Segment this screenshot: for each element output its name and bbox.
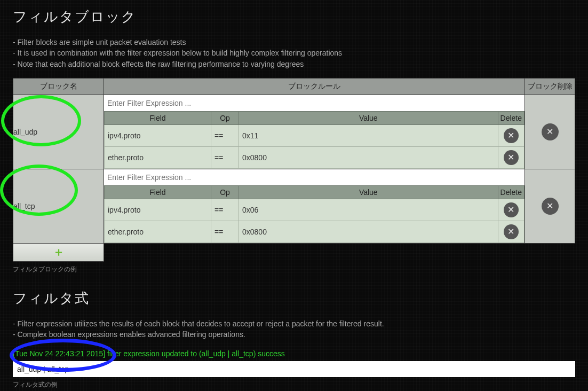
delete-rule-button[interactable]: ✕: [504, 150, 519, 165]
block-filter-input[interactable]: [104, 169, 525, 185]
filter-blocks-caption: フィルタブロックの例: [13, 265, 575, 274]
rule-op: ==: [211, 146, 239, 168]
rule-value: 0x11: [239, 124, 498, 146]
rule-value: 0x0800: [239, 221, 498, 243]
rule-row: ipv4.proto == 0x11 ✕: [105, 124, 525, 146]
rule-value: 0x06: [239, 199, 498, 221]
rule-row: ether.proto == 0x0800 ✕: [105, 221, 525, 243]
block-name-cell[interactable]: all_tcp: [13, 169, 104, 243]
filter-expr-status: [Tue Nov 24 22:43:21 2015] filter expres…: [13, 349, 575, 358]
rule-col-op: Op: [211, 185, 239, 199]
rule-value: 0x0800: [239, 146, 498, 168]
block-row: all_tcp Field Op Value Delete: [13, 169, 575, 243]
rule-field: ipv4.proto: [105, 199, 211, 221]
block-name-cell[interactable]: all_udp: [13, 95, 104, 169]
filter-blocks-desc-2: - It is used in combination with the fil…: [13, 48, 575, 58]
rule-col-delete: Delete: [498, 111, 524, 124]
filter-expr-input[interactable]: [13, 361, 575, 377]
delete-rule-button[interactable]: ✕: [504, 202, 519, 217]
rule-op: ==: [211, 124, 239, 146]
add-block-button[interactable]: ＋: [13, 243, 104, 261]
rule-col-value: Value: [239, 111, 498, 124]
col-header-rule: ブロックルール: [104, 78, 525, 95]
filter-blocks-heading: フィルタブロック: [13, 7, 575, 26]
filter-blocks-table: ブロック名 ブロックルール ブロック削除 all_udp Field Op: [13, 78, 575, 262]
rule-field: ether.proto: [105, 146, 211, 168]
block-filter-input[interactable]: [104, 95, 525, 111]
filter-expr-desc-2: - Complex boolean expressions enables ad…: [13, 329, 575, 340]
filter-expr-desc-1: - Filter expression utilizes the results…: [13, 318, 575, 329]
rule-col-op: Op: [211, 111, 239, 124]
rule-field: ether.proto: [105, 221, 211, 243]
delete-rule-button[interactable]: ✕: [504, 224, 519, 239]
add-block-row: ＋: [13, 243, 575, 261]
rule-col-field: Field: [105, 111, 211, 124]
rule-col-delete: Delete: [498, 185, 524, 199]
col-header-name: ブロック名: [13, 78, 104, 95]
filter-blocks-desc-1: - Filter blocks are simple unit packet e…: [13, 37, 575, 48]
col-header-delete: ブロック削除: [525, 78, 575, 95]
delete-block-button[interactable]: ✕: [542, 198, 559, 215]
page-root: フィルタブロック - Filter blocks are simple unit…: [13, 7, 575, 389]
rule-row: ipv4.proto == 0x06 ✕: [105, 199, 525, 221]
block-rule-table: Field Op Value Delete ipv4.proto == 0x11: [104, 111, 525, 169]
rule-op: ==: [211, 199, 239, 221]
rule-field: ipv4.proto: [105, 124, 211, 146]
filter-expr-heading: フィルタ式: [13, 289, 575, 308]
rule-row: ether.proto == 0x0800 ✕: [105, 146, 525, 168]
block-row: all_udp Field Op Value Delete: [13, 95, 575, 169]
plus-icon: ＋: [53, 245, 65, 259]
delete-block-button[interactable]: ✕: [542, 123, 559, 140]
rule-col-field: Field: [105, 185, 211, 199]
delete-rule-button[interactable]: ✕: [504, 128, 519, 143]
filter-expr-caption: フィルタ式の例: [13, 380, 575, 389]
rule-op: ==: [211, 221, 239, 243]
filter-blocks-desc-3: - Note that each additional block effect…: [13, 59, 575, 69]
rule-col-value: Value: [239, 185, 498, 199]
block-rule-table: Field Op Value Delete ipv4.proto == 0x06: [104, 185, 525, 243]
